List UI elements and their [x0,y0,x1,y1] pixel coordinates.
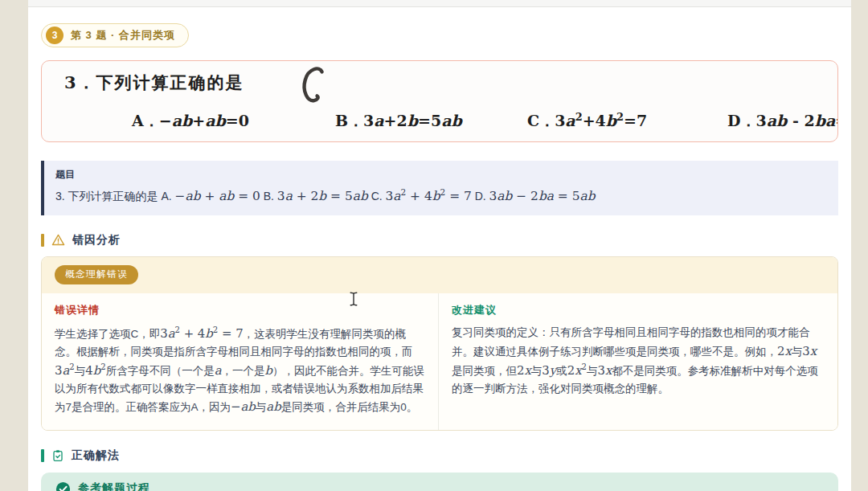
solution-process-title: 参考解题过程 [78,481,150,491]
check-circle-icon [55,481,71,491]
improvement-suggestion-title: 改进建议 [452,303,825,317]
scan-option-d-formula: 3ab - 2ba=5ab [755,112,838,129]
improvement-suggestion-column: 改进建议 复习同类项的定义：只有所含字母相同且相同字母的指数也相同的项才能合并。… [439,293,837,430]
clipboard-check-icon [51,449,64,462]
statement-label: 题目 [55,168,827,182]
error-detail-column: 错误详情 学生选择了选项C，即3a2 + 4b2 = 7，这表明学生没有理解同类… [42,293,439,430]
question-number: 3 [46,27,63,44]
question-badge-label: 第 3 题 · 合并同类项 [71,28,175,43]
scan-option-d-label: D． [727,112,755,129]
scan-option-b-label: B． [335,112,363,129]
question-statement-box: 题目 3. 下列计算正确的是 A. −ab + ab = 0 B. 3a + 2… [41,161,838,215]
solution-process-header: 参考解题过程 [41,473,838,491]
error-analysis-title: 错因分析 [72,233,121,248]
scan-option-c-label: C． [527,112,555,129]
question-analysis-page: { "question_badge": { "number": "3", "la… [0,0,868,491]
top-divider [28,0,851,7]
correct-solution-title: 正确解法 [72,448,120,463]
scan-option-a: A．−ab+ab=0 [132,111,249,132]
scan-option-b: B．3a+2b=5ab [335,111,462,132]
question-number-badge: 3 第 3 题 · 合并同类项 [41,23,189,47]
scan-option-b-formula: 3a+2b=5ab [363,112,462,129]
content-panel: 3 第 3 题 · 合并同类项 3．下列计算正确的是 A．−ab+ab=0 B．… [28,0,851,491]
scan-option-a-formula: −ab+ab=0 [159,112,249,129]
scan-option-d: D．3ab - 2ba=5ab [727,111,838,132]
scan-question-stem: 3．下列计算正确的是 [64,72,244,94]
scan-option-c: C．3a2+4b2=7 [527,111,647,132]
handwritten-answer-c [297,63,330,106]
scan-option-c-formula: 3a2+4b2=7 [555,112,647,129]
error-type-band: 概念理解错误 [42,257,837,293]
correct-solution-header: 正确解法 [41,448,838,463]
error-detail-text: 学生选择了选项C，即3a2 + 4b2 = 7，这表明学生没有理解同类项的概念。… [55,324,425,417]
warning-icon [51,233,65,247]
error-analysis-header: 错因分析 [41,233,838,248]
scan-option-a-label: A． [132,112,159,129]
error-type-badge: 概念理解错误 [55,265,138,284]
error-detail-title: 错误详情 [55,303,425,317]
section-bar [41,449,44,462]
statement-text: 3. 下列计算正确的是 A. −ab + ab = 0 B. 3a + 2b =… [55,186,827,207]
improvement-suggestion-text: 复习同类项的定义：只有所含字母相同且相同字母的指数也相同的项才能合并。建议通过具… [452,324,825,398]
question-section: 3 第 3 题 · 合并同类项 3．下列计算正确的是 A．−ab+ab=0 B．… [28,7,851,491]
section-bar [41,234,44,247]
error-analysis-columns: 错误详情 学生选择了选项C，即3a2 + 4b2 = 7，这表明学生没有理解同类… [42,293,837,430]
solution-card: 参考解题过程 1 合并同类项 直接利用合并同类项的法则：把同类项的系数相加，所得… [41,473,838,491]
question-scan-image: 3．下列计算正确的是 A．−ab+ab=0 B．3a+2b=5ab C．3a2+… [41,60,838,142]
error-analysis-card: 概念理解错误 错误详情 学生选择了选项C，即3a2 + 4b2 = 7，这表明学… [41,256,838,431]
